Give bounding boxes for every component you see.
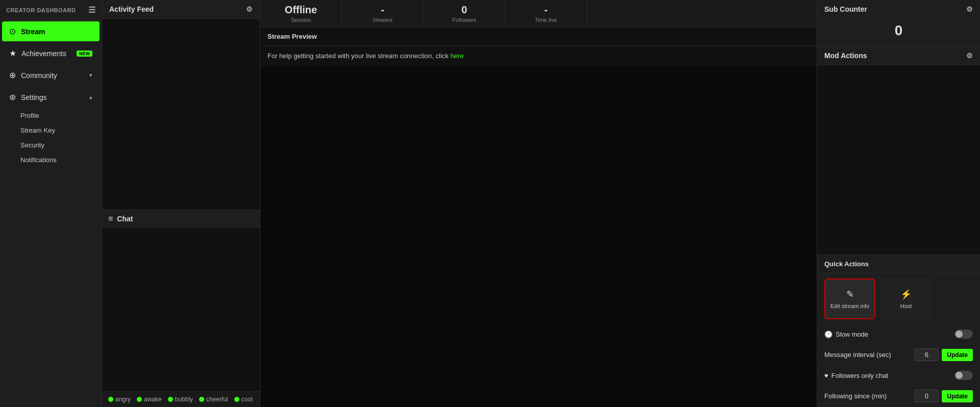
- slow-mode-toggle[interactable]: [954, 329, 973, 339]
- following-since-label: Following since (min): [824, 392, 887, 400]
- sub-counter-header: Sub Counter ⚙: [817, 0, 980, 18]
- emote-angry[interactable]: angry: [108, 396, 131, 403]
- edit-stream-info-label: Edit stream info: [830, 303, 869, 309]
- message-interval-update-button[interactable]: Update: [942, 349, 973, 361]
- creator-dashboard-title: CREATOR DASHBOARD: [6, 7, 76, 13]
- stream-preview-help: For help getting started with your live …: [260, 46, 817, 66]
- following-since-update-button[interactable]: Update: [942, 390, 973, 402]
- emote-label-angry: angry: [115, 396, 131, 403]
- new-badge: NEW: [77, 50, 92, 57]
- main-area: Offline Session - Viewers 0 Followers - …: [260, 0, 817, 407]
- following-since-input[interactable]: [914, 390, 939, 402]
- slow-mode-icon: 🕐: [824, 330, 832, 338]
- stream-preview-title: Stream Preview: [267, 33, 317, 40]
- emote-dot-bubbly: [168, 397, 173, 402]
- sidebar-header: CREATOR DASHBOARD ☰: [0, 0, 102, 20]
- stream-preview-body: [260, 66, 817, 407]
- slow-mode-label: Slow mode: [836, 330, 868, 338]
- emote-dot-cool: [234, 397, 239, 402]
- sidebar-item-achievements[interactable]: ★ Achievements NEW: [2, 43, 100, 63]
- emote-dot-cheerful: [199, 397, 204, 402]
- slow-mode-label-group: 🕐 Slow mode: [824, 330, 868, 338]
- chat-header: ≡ Chat: [102, 210, 260, 228]
- message-interval-input[interactable]: [914, 348, 939, 361]
- sidebar: CREATOR DASHBOARD ☰ ⊙ Stream ★ Achieveme…: [0, 0, 102, 407]
- sidebar-sub-item-notifications[interactable]: Notifications: [0, 152, 102, 167]
- sidebar-label-settings: Settings: [21, 93, 47, 101]
- activity-feed-title: Activity Feed: [109, 5, 154, 13]
- stream-preview-help-link[interactable]: here: [450, 52, 463, 60]
- emote-label-cheerful: cheerful: [206, 396, 228, 403]
- sidebar-sub-item-stream-key[interactable]: Stream Key: [0, 123, 102, 138]
- stat-session-label: Session: [291, 17, 311, 23]
- slow-mode-row: 🕐 Slow mode: [817, 324, 980, 344]
- emote-dot-angry: [108, 397, 113, 402]
- host-label: Host: [900, 303, 912, 309]
- followers-only-toggle[interactable]: [954, 371, 973, 380]
- followers-only-label-group: ♥ Followers only chat: [824, 372, 888, 379]
- message-interval-row: Message interval (sec) Update: [817, 344, 980, 366]
- sidebar-label-stream: Stream: [21, 28, 45, 36]
- activity-feed-panel: Activity Feed ⚙ ≡ Chat angry awake bubbl…: [102, 0, 260, 407]
- sub-counter-value: 0: [817, 18, 980, 46]
- message-interval-label: Message interval (sec): [824, 351, 891, 359]
- quick-action-host[interactable]: ⚡ Host: [880, 278, 932, 319]
- stream-icon: ⊙: [9, 27, 16, 36]
- edit-stream-info-icon: ✎: [846, 289, 854, 300]
- settings-icon: ⊛: [9, 92, 16, 102]
- following-since-row: Following since (min) Update: [817, 386, 980, 407]
- activity-feed-gear-icon[interactable]: ⚙: [246, 5, 253, 13]
- activity-feed-header: Activity Feed ⚙: [102, 0, 260, 19]
- emote-awake[interactable]: awake: [137, 396, 162, 403]
- stream-preview-section: Stream Preview For help getting started …: [260, 28, 817, 407]
- stat-followers: 0 Followers: [424, 0, 505, 27]
- community-icon: ⊕: [9, 70, 16, 80]
- emote-dot-awake: [137, 397, 142, 402]
- sidebar-label-community: Community: [21, 71, 57, 80]
- sidebar-sub-item-profile[interactable]: Profile: [0, 108, 102, 123]
- host-icon: ⚡: [900, 289, 912, 300]
- stat-viewers-value: -: [381, 4, 384, 16]
- quick-actions-section: Quick Actions ✎ Edit stream info ⚡ Host …: [817, 255, 980, 407]
- achievements-icon: ★: [9, 48, 16, 58]
- sidebar-item-settings[interactable]: ⊛ Settings ▴: [2, 87, 100, 107]
- emote-label-cool: cool: [241, 396, 253, 403]
- followers-only-label: Followers only chat: [831, 372, 888, 379]
- activity-feed-body: [102, 19, 260, 210]
- sidebar-sub-item-security[interactable]: Security: [0, 138, 102, 152]
- followers-only-row: ♥ Followers only chat: [817, 366, 980, 386]
- hamburger-icon[interactable]: ☰: [88, 5, 96, 15]
- stat-time-live-value: -: [544, 4, 548, 16]
- mod-actions-title: Mod Actions: [824, 52, 867, 60]
- stat-time-live-label: Time live: [535, 17, 557, 23]
- chat-emotes: angry awake bubbly cheerful cool: [102, 391, 260, 407]
- sidebar-item-stream[interactable]: ⊙ Stream: [2, 21, 100, 41]
- right-panel: Sub Counter ⚙ 0 Mod Actions ⚙ Quick Acti…: [817, 0, 980, 407]
- settings-chevron-icon: ▴: [89, 94, 92, 100]
- emote-cool[interactable]: cool: [234, 396, 253, 403]
- stream-preview-header: Stream Preview: [260, 28, 817, 46]
- quick-actions-header: Quick Actions: [817, 255, 980, 273]
- quick-actions-title: Quick Actions: [824, 260, 869, 268]
- emote-label-bubbly: bubbly: [175, 396, 193, 403]
- mod-actions-gear-icon[interactable]: ⚙: [966, 52, 973, 60]
- emote-cheerful[interactable]: cheerful: [199, 396, 228, 403]
- chat-section: ≡ Chat angry awake bubbly cheerful: [102, 210, 260, 407]
- stat-followers-value: 0: [461, 4, 467, 16]
- sub-counter-gear-icon[interactable]: ⚙: [966, 5, 973, 13]
- stat-time-live: - Time live: [505, 0, 587, 27]
- quick-actions-grid: ✎ Edit stream info ⚡ Host: [817, 273, 980, 324]
- community-chevron-icon: ▾: [89, 72, 92, 79]
- stats-bar: Offline Session - Viewers 0 Followers - …: [260, 0, 817, 28]
- chat-list-icon: ≡: [108, 214, 113, 223]
- followers-only-icon: ♥: [824, 372, 828, 379]
- emote-bubbly[interactable]: bubbly: [168, 396, 193, 403]
- stat-session-value: Offline: [285, 4, 317, 16]
- sidebar-label-achievements: Achievements: [21, 49, 66, 58]
- stat-viewers: - Viewers: [342, 0, 424, 27]
- sidebar-item-community[interactable]: ⊕ Community ▾: [2, 65, 100, 85]
- sub-counter-section: Sub Counter ⚙ 0: [817, 0, 980, 46]
- chat-title: Chat: [117, 215, 133, 223]
- quick-action-edit-stream-info[interactable]: ✎ Edit stream info: [824, 278, 875, 319]
- stream-preview-help-text: For help getting started with your live …: [267, 52, 450, 60]
